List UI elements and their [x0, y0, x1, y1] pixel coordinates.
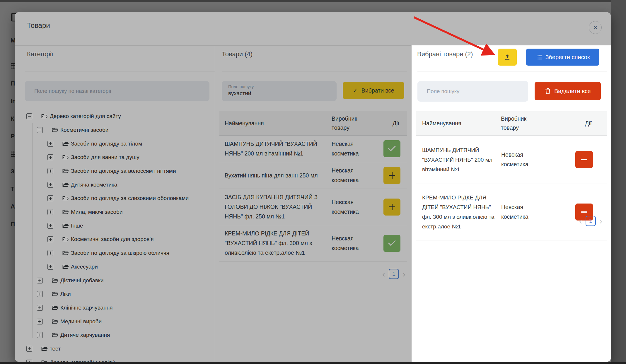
- product-manufacturer: Невская косметика: [501, 150, 545, 169]
- selected-table-rows: ШАМПУНЬ ДИТЯЧИЙ "ВУХАСТИЙ НЯНЬ" 200 мл в…: [416, 136, 607, 240]
- delete-all-button[interactable]: Видалити все: [535, 82, 601, 100]
- selected-products-panel: Вибрані товари (2) Зберегти список: [411, 45, 611, 362]
- list-icon: [536, 53, 543, 61]
- selected-table: Найменування Виробник товару Дії ШАМПУНЬ…: [416, 111, 607, 240]
- dim-overlay: [0, 0, 626, 45]
- selected-heading: Вибрані товари (2): [417, 50, 473, 58]
- selected-search-input[interactable]: [417, 81, 528, 102]
- upload-button[interactable]: [498, 49, 517, 66]
- screen: M П: [0, 0, 626, 364]
- product-name: ШАМПУНЬ ДИТЯЧИЙ "ВУХАСТИЙ НЯНЬ" 200 мл в…: [416, 145, 501, 174]
- page-number[interactable]: 1: [586, 216, 596, 226]
- delete-all-label: Видалити все: [554, 88, 591, 95]
- upload-icon: [503, 53, 511, 61]
- save-list-label: Зберегти список: [545, 54, 590, 61]
- page-bottom-edge: [0, 362, 626, 364]
- product-name: КРЕМ-МИЛО РІДКЕ ДЛЯ ДІТЕЙ "ВУХАСТИЙ НЯНЬ…: [416, 193, 501, 231]
- next-page-icon[interactable]: ›: [599, 216, 602, 226]
- selected-pagination: ‹ 1 ›: [579, 216, 602, 226]
- column-header-manufacturer: Виробник товару: [501, 114, 545, 132]
- trash-icon: [545, 88, 551, 95]
- selected-row: ШАМПУНЬ ДИТЯЧИЙ "ВУХАСТИЙ НЯНЬ" 200 мл в…: [416, 136, 607, 184]
- minus-icon: [581, 211, 587, 213]
- prev-page-icon[interactable]: ‹: [579, 216, 582, 226]
- column-header-actions: Дії: [585, 119, 592, 128]
- selected-underline: [417, 71, 607, 71]
- dim-overlay: [611, 45, 626, 364]
- dim-overlay: [0, 45, 412, 364]
- remove-product-button[interactable]: [575, 151, 593, 168]
- selected-table-header: Найменування Виробник товару Дії: [416, 111, 607, 136]
- selected-row: КРЕМ-МИЛО РІДКЕ ДЛЯ ДІТЕЙ "ВУХАСТИЙ НЯНЬ…: [416, 184, 607, 240]
- save-list-button[interactable]: Зберегти список: [526, 49, 599, 66]
- product-manufacturer: Невская косметика: [501, 202, 545, 222]
- column-header-name: Найменування: [416, 119, 501, 128]
- minus-icon: [581, 159, 587, 160]
